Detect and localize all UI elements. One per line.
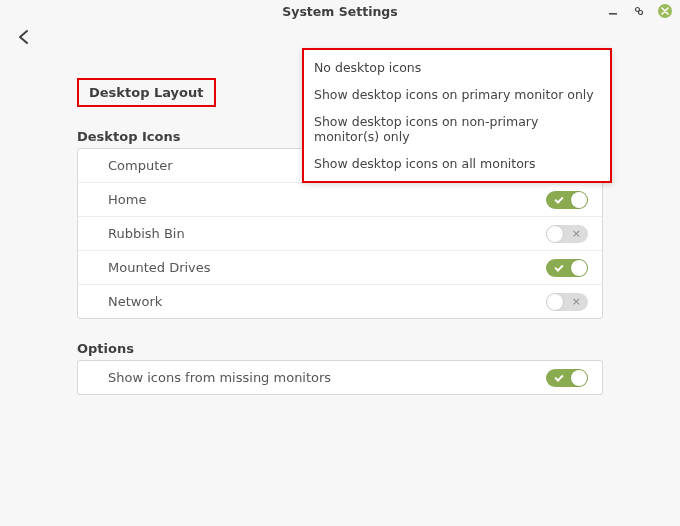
- row-home: Home: [78, 182, 602, 216]
- back-button[interactable]: [14, 27, 34, 47]
- maximize-button[interactable]: [632, 4, 646, 18]
- row-label: Network: [108, 294, 162, 309]
- window-root: System Settings Desktop Layout Desktop I…: [0, 0, 680, 526]
- toggle-rubbish-bin[interactable]: [546, 225, 588, 243]
- toggle-missing-monitors[interactable]: [546, 369, 588, 387]
- toggle-mounted-drives[interactable]: [546, 259, 588, 277]
- toggle-home[interactable]: [546, 191, 588, 209]
- row-label: Home: [108, 192, 146, 207]
- row-missing-monitors: Show icons from missing monitors: [78, 361, 602, 394]
- row-label: Mounted Drives: [108, 260, 211, 275]
- desktop-layout-dropdown[interactable]: No desktop icons Show desktop icons on p…: [302, 48, 612, 183]
- toggle-network[interactable]: [546, 293, 588, 311]
- options-header: Options: [77, 341, 603, 356]
- dropdown-item[interactable]: Show desktop icons on primary monitor on…: [304, 81, 610, 108]
- dropdown-item[interactable]: Show desktop icons on non-primary monito…: [304, 108, 610, 150]
- options-panel: Show icons from missing monitors: [77, 360, 603, 395]
- minimize-button[interactable]: [606, 4, 620, 18]
- row-label: Computer: [108, 158, 173, 173]
- dropdown-item[interactable]: No desktop icons: [304, 54, 610, 81]
- page-header: Desktop Layout: [77, 78, 216, 107]
- svg-rect-0: [609, 13, 617, 15]
- window-controls: [606, 4, 672, 18]
- window-title: System Settings: [282, 4, 397, 19]
- row-mounted-drives: Mounted Drives: [78, 250, 602, 284]
- titlebar: System Settings: [0, 0, 680, 22]
- row-label: Show icons from missing monitors: [108, 370, 331, 385]
- row-label: Rubbish Bin: [108, 226, 185, 241]
- dropdown-item[interactable]: Show desktop icons on all monitors: [304, 150, 610, 177]
- row-network: Network: [78, 284, 602, 318]
- close-button[interactable]: [658, 4, 672, 18]
- svg-point-2: [639, 11, 643, 15]
- row-rubbish-bin: Rubbish Bin: [78, 216, 602, 250]
